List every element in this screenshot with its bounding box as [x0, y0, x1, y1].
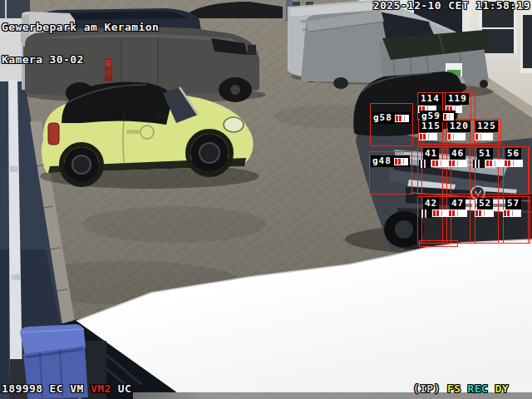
vm-window-label-text: 56 [507, 149, 520, 159]
meter-tick [504, 210, 506, 216]
vm-window-label-text: 119 [448, 94, 467, 104]
meter-tick [505, 160, 507, 166]
meter-tick [507, 210, 510, 216]
meter-divider [457, 210, 458, 216]
vm-window-label: 57 [505, 198, 521, 209]
vm-window-label-text: 51 [479, 149, 491, 159]
meter-tick [490, 160, 492, 166]
meter-tick [448, 134, 451, 140]
meter-tick [486, 160, 489, 166]
meter-tick [475, 134, 478, 140]
vm-window-label: 125 [475, 121, 498, 132]
osd-status-right: (IP) FS REC DY [413, 383, 509, 394]
osd-status-token: DY [495, 382, 509, 395]
vm-window-label: 120 [448, 121, 470, 132]
vm-window-label-text: 52 [479, 199, 491, 209]
camera-location: Gewerbepark am Keramion [2, 22, 159, 32]
osd-status-token: (IP) [413, 382, 447, 395]
meter-divider [495, 160, 495, 166]
meter-tick [508, 160, 510, 166]
meter-tick [475, 210, 478, 216]
meter-divider [480, 134, 481, 140]
meter-tick [436, 160, 438, 166]
meter-divider [449, 114, 450, 120]
hidden-label-fragment [419, 160, 431, 168]
meter-tick [398, 159, 401, 165]
vm-activity-meter [395, 115, 409, 122]
vm-window-label: g58 [372, 112, 411, 124]
meter-divider [441, 210, 442, 216]
meter-tick [449, 160, 451, 166]
vm-window-label: 46 [450, 148, 466, 160]
vm-activity-meter [485, 160, 505, 167]
osd-timestamp: 2025-12-10 CET 11:58:19 [373, 0, 530, 11]
camera-id: Kamera 30-02 [2, 54, 159, 65]
vm-window-label-text: g58 [373, 113, 392, 123]
vm-window-label-text: 41 [425, 149, 437, 159]
meter-divider [453, 134, 454, 140]
meter-tick [479, 210, 481, 216]
vm-window-label-text: 46 [451, 149, 464, 159]
vm-window-label-text: 125 [477, 121, 496, 131]
osd-top-left: Gewerbepark am Keramion Kamera 30-02 [2, 0, 159, 86]
vm-window-label-text: g48 [372, 156, 392, 166]
meter-divider [512, 210, 513, 216]
osd-status-token: UC [111, 382, 132, 395]
meter-divider [403, 159, 404, 165]
vm-window-label: 114 [419, 93, 441, 105]
osd-status-token: REC [468, 382, 495, 395]
meter-tick [452, 210, 455, 216]
meter-tick [423, 134, 426, 140]
meter-tick [452, 160, 455, 166]
osd-status-token: FS [447, 382, 468, 395]
osd-status-left: 189998 EC VM VM2 UC [2, 383, 131, 394]
hidden-label-fragment [473, 160, 485, 168]
meter-divider [404, 116, 405, 121]
vm-window-label: 115 [420, 121, 442, 132]
meter-tick [444, 114, 446, 120]
vm-window-label: 42 [423, 198, 439, 209]
vm-window-label-text: 115 [421, 121, 441, 131]
osd-status-token: VM2 [91, 382, 111, 395]
meter-divider [513, 160, 514, 166]
vm-activity-meter [394, 158, 408, 165]
vm-activity-meter [475, 133, 493, 140]
vm-window-label: 51 [477, 148, 493, 160]
meter-tick [432, 160, 435, 166]
vm-window-label-text: 47 [451, 199, 464, 209]
meter-tick [395, 159, 397, 165]
vm-window-label: 47 [450, 198, 466, 209]
osd-status-token: 189998 EC VM [2, 382, 91, 395]
meter-tick [436, 210, 439, 216]
meter-divider [457, 160, 458, 166]
vm-window-label-text: 120 [450, 121, 469, 131]
vm-activity-meter [504, 160, 523, 167]
vm-window [419, 240, 458, 247]
hidden-label-fragment [420, 209, 431, 218]
vm-activity-meter [448, 209, 467, 217]
meter-tick [396, 116, 398, 121]
vm-window-label: g48 [371, 155, 410, 167]
vm-window-label: 119 [446, 93, 469, 105]
vm-window-label-text: 114 [421, 94, 440, 104]
vm-window-label-text: 57 [507, 199, 520, 209]
vm-window-label-text: 42 [425, 199, 437, 209]
cctv-viewer: 114119g59g5811512012541465156g4842475257… [0, 0, 532, 399]
vm-window-label: 41 [423, 148, 439, 160]
meter-tick [399, 116, 401, 121]
meter-tick [433, 210, 436, 216]
vm-window-label: 52 [477, 198, 493, 209]
vm-activity-meter [443, 113, 454, 121]
meter-tick [420, 134, 422, 140]
vm-activity-meter [503, 209, 521, 217]
meter-divider [484, 210, 485, 216]
meter-divider [441, 160, 441, 166]
vm-window [370, 103, 413, 146]
vm-activity-meter [419, 133, 437, 140]
meter-divider [428, 134, 429, 140]
vm-activity-meter [448, 160, 467, 167]
vm-activity-meter [475, 209, 494, 217]
vm-window-label: 56 [505, 148, 521, 160]
vm-activity-meter [447, 133, 466, 140]
meter-tick [449, 210, 451, 216]
